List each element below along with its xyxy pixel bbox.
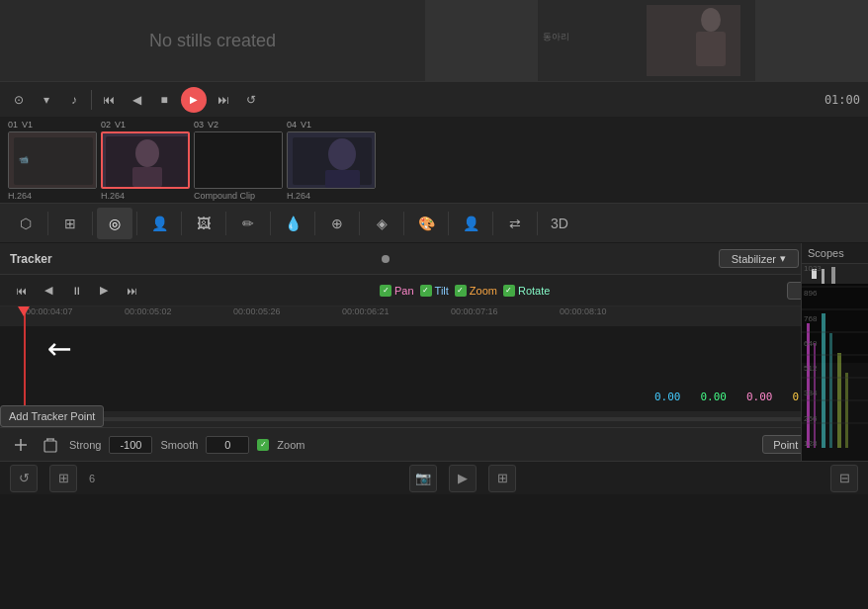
timeline-area[interactable]: 00:00:04:07 00:00:05:02 00:00:05:26 00:0… <box>0 306 868 411</box>
svg-rect-16 <box>325 170 360 188</box>
tool-bar: ⬡ ⊞ ◎ 👤 🖼 ✏ 💧 ⊕ ◈ 🎨 👤 ⇄ 3D <box>0 204 868 243</box>
clip-group-01: 01 V1 📹 H.264 <box>8 120 97 201</box>
play-button[interactable]: ▶ <box>181 87 207 113</box>
clip-v1-02: V1 <box>115 120 126 130</box>
clip-thumb-01[interactable]: 📹 <box>8 131 97 189</box>
tracker-controls: ⏮ ◀ ⏸ ▶ ⏭ ✓ Pan ✓ Tilt ✓ Zoom ✓ Rotate <box>0 275 868 306</box>
ruler-mark-2: 00:00:05:02 <box>125 306 172 316</box>
audio-icon[interactable]: ♪ <box>63 89 85 111</box>
ruler-mark-6: 00:00:08:10 <box>560 306 607 316</box>
smooth-value-input[interactable] <box>206 436 249 454</box>
tracker-dot <box>382 255 390 263</box>
clip-filename-04: H.264 <box>287 191 310 201</box>
merge-tool-icon[interactable]: ⇄ <box>497 208 533 239</box>
rotate-checkbox-item[interactable]: ✓ Rotate <box>503 285 550 297</box>
skip-end-btn[interactable]: ⏭ <box>121 280 142 302</box>
footer-btn-right[interactable]: ⊟ <box>830 465 858 492</box>
pause-btn[interactable]: ⏸ <box>65 280 87 302</box>
target-tool-icon[interactable]: ⊕ <box>319 208 355 239</box>
stop-btn[interactable]: ■ <box>153 89 175 111</box>
add-tracker-point-btn[interactable] <box>10 434 32 456</box>
clip-strip: 01 V1 📹 H.264 02 V1 H.264 <box>0 117 868 204</box>
prev-frame-icon[interactable]: ◀ <box>126 89 147 111</box>
footer-btn-4[interactable]: ▶ <box>449 465 477 492</box>
svg-rect-28 <box>829 333 832 448</box>
tool-separator-5 <box>225 212 226 235</box>
val-pink: 0.00 <box>746 391 773 403</box>
pan-checkbox-item[interactable]: ✓ Pan <box>380 285 414 297</box>
svg-rect-11 <box>132 167 162 187</box>
user-tool-icon[interactable]: 👤 <box>453 208 488 239</box>
rotate-check-icon: ✓ <box>503 285 515 297</box>
pan-label: Pan <box>394 285 414 297</box>
tracker-title: Tracker <box>10 252 52 266</box>
people-tool-icon[interactable]: 👤 <box>141 208 177 239</box>
playhead-marker <box>18 306 30 316</box>
clip-thumb-04[interactable] <box>287 131 376 189</box>
tool-separator-12 <box>537 212 538 235</box>
pan-check-icon: ✓ <box>380 285 391 297</box>
zoom-check-icon: ✓ <box>455 285 467 297</box>
svg-text:동아리: 동아리 <box>543 32 569 42</box>
strong-value-input[interactable] <box>109 436 152 454</box>
pencil-tool-icon[interactable]: ✏ <box>230 208 266 239</box>
image-tool-icon[interactable]: 🖼 <box>186 208 221 239</box>
stabilizer-dropdown[interactable]: Stabilizer ▾ <box>719 249 799 268</box>
skip-to-end-icon[interactable]: ⏭ <box>213 89 234 111</box>
no-stills-text: No stills created <box>149 31 276 51</box>
skip-to-start-icon[interactable]: ⏮ <box>98 89 120 111</box>
svg-point-2 <box>701 8 721 32</box>
tool-separator-4 <box>181 212 182 235</box>
scope-label-640: 640 <box>804 339 822 348</box>
clip-num-03: 03 <box>194 120 204 130</box>
delete-tracker-btn[interactable] <box>40 434 61 456</box>
tilt-checkbox-item[interactable]: ✓ Tilt <box>420 285 449 297</box>
svg-rect-27 <box>822 313 825 448</box>
svg-rect-12 <box>195 132 283 189</box>
stabilizer-label: Stabilizer <box>732 253 776 265</box>
tilt-label: Tilt <box>435 285 449 297</box>
eyedropper-tool-icon[interactable]: 💧 <box>275 208 310 239</box>
scrubber-bar[interactable] <box>0 411 868 427</box>
play-fwd-btn[interactable]: ▶ <box>93 280 115 302</box>
footer-btn-5[interactable]: ⊞ <box>488 465 516 492</box>
loop-icon[interactable]: ↺ <box>240 89 262 111</box>
svg-rect-30 <box>845 373 848 448</box>
svg-rect-1 <box>647 5 740 76</box>
scope-label-896: 896 <box>804 289 822 298</box>
fx-tool-icon[interactable]: ◈ <box>364 208 399 239</box>
zoom-checkbox-item[interactable]: ✓ Zoom <box>455 285 497 297</box>
skip-start-btn[interactable]: ⏮ <box>10 280 32 302</box>
video-thumbnail: 동아리 <box>425 0 868 81</box>
camera-icon[interactable]: ⊙ <box>8 89 30 111</box>
ruler-mark-3: 00:00:05:26 <box>233 306 281 316</box>
tool-separator-9 <box>403 212 404 235</box>
dropdown-icon[interactable]: ▾ <box>36 89 57 111</box>
circle-tool-icon[interactable]: ◎ <box>97 208 132 239</box>
cube-tool-icon[interactable]: ⬡ <box>8 208 43 239</box>
no-stills-panel: No stills created <box>0 0 425 81</box>
3d-tool-icon[interactable]: 3D <box>542 208 577 239</box>
footer-strip: ↺ ⊞ 6 📷 ▶ ⊞ ⊟ <box>0 461 868 494</box>
svg-point-15 <box>328 138 356 170</box>
tool-separator-7 <box>314 212 315 235</box>
paint-tool-icon[interactable]: 🎨 <box>408 208 444 239</box>
prev-btn[interactable]: ◀ <box>38 280 59 302</box>
zoom-checkbox[interactable]: ✓ <box>257 439 269 451</box>
tilt-check-icon: ✓ <box>420 285 432 297</box>
scope-labels: 1023 896 768 640 512 384 256 128 <box>804 264 822 448</box>
clip-thumb-02[interactable] <box>101 131 190 189</box>
clip-thumb-03[interactable] <box>194 131 283 189</box>
grid-tool-icon[interactable]: ⊞ <box>52 208 88 239</box>
chevron-down-icon: ▾ <box>780 252 786 265</box>
scope-label-768: 768 <box>804 314 822 323</box>
footer-btn-2[interactable]: ⊞ <box>49 465 77 492</box>
tracker-header: Tracker Stabilizer ▾ ↺ ••• <box>0 243 868 275</box>
clip-v1-04: V1 <box>301 120 311 130</box>
footer-btn-1[interactable]: ↺ <box>10 465 38 492</box>
svg-rect-3 <box>696 32 726 66</box>
ruler-mark-4: 00:00:06:21 <box>342 306 390 316</box>
clip-filename-01: H.264 <box>8 191 32 201</box>
clip-filename-02: H.264 <box>101 191 125 201</box>
footer-btn-3[interactable]: 📷 <box>409 465 437 492</box>
